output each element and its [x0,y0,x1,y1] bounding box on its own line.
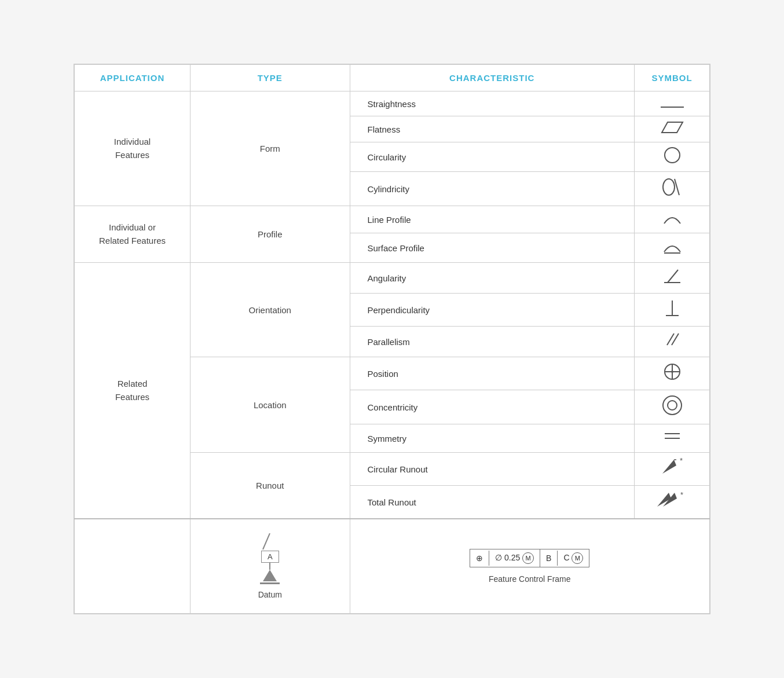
application-related: RelatedFeatures [75,263,190,519]
char-cylindricity: Cylindricity [350,172,634,206]
fcf-label: Feature Control Frame [489,574,571,584]
svg-point-13 [671,371,673,373]
char-symmetry: Symmetry [350,424,634,453]
char-totalrunout: Total Runout [350,486,634,519]
fcf-container: ⊕ ∅ 0.25 M B C M Feature Control Frame [356,549,704,584]
header-type: TYPE [190,65,350,91]
symbol-perpendicularity [635,294,710,327]
char-circularity: Circularity [350,142,634,172]
fcf-m2-circle: M [571,552,583,564]
header-application: APPLICATION [75,65,190,91]
fcf-m1-circle: M [522,552,534,564]
fcf-cell-cm: C M [558,549,589,567]
application-individual: IndividualFeatures [75,91,190,206]
type-form: Form [190,91,350,206]
table-row: RelatedFeatures Orientation Angularity [75,263,710,294]
header-row: APPLICATION TYPE CHARACTERISTIC SYMBOL [75,65,710,91]
char-concentricity: Concentricity [350,390,634,424]
footer-row: A Datum ⊕ [75,519,710,613]
header-characteristic: CHARACTERISTIC [350,65,634,91]
symbol-angularity [635,263,710,294]
datum-symbol-group: A [258,533,281,584]
char-perpendicularity: Perpendicularity [350,294,634,327]
char-surfaceprofile: Surface Profile [350,233,634,263]
svg-text:*: * [680,457,683,465]
type-location: Location [190,357,350,453]
datum-triangle-svg [258,570,281,582]
table-row: Individual orRelated Features Profile Li… [75,206,710,233]
main-table-wrapper: APPLICATION TYPE CHARACTERISTIC SYMBOL I… [74,64,710,614]
char-flatness: Flatness [350,116,634,142]
char-angularity: Angularity [350,263,634,294]
symbol-position [635,357,710,390]
application-individual-related: Individual orRelated Features [75,206,190,263]
svg-line-22 [263,533,270,549]
svg-text:*: * [680,490,683,499]
symbol-parallelism [635,327,710,357]
svg-marker-0 [662,122,683,133]
char-lineprofile: Line Profile [350,206,634,233]
type-runout: Runout [190,453,350,519]
table-row: IndividualFeatures Form Straightness [75,91,710,116]
fcf-cell-tolerance: ∅ 0.25 M [489,549,540,567]
symbol-lineprofile [635,206,710,233]
symbol-surfaceprofile [635,233,710,263]
char-parallelism: Parallelism [350,327,634,357]
footer-app-cell [75,519,190,613]
footer-datum-cell: A Datum [190,519,350,613]
char-circularrunout: Circular Runout [350,453,634,486]
symbol-flatness [635,116,710,142]
svg-marker-16 [662,460,676,474]
char-position: Position [350,357,634,390]
footer-fcf-cell: ⊕ ∅ 0.25 M B C M Feature Control Frame [350,519,709,613]
type-profile: Profile [190,206,350,263]
fcf-frame: ⊕ ∅ 0.25 M B C M [470,549,589,567]
svg-point-1 [663,179,675,195]
symbol-circularity [635,142,710,172]
type-orientation: Orientation [190,263,350,357]
svg-marker-23 [263,570,277,581]
symbol-circularrunout: * [635,453,710,486]
symbol-totalrunout: * [635,486,710,519]
svg-line-2 [675,179,679,195]
datum-box: A [261,551,279,563]
symbol-cylindricity [635,172,710,206]
symbol-concentricity [635,390,710,424]
symbol-straightness [635,91,710,116]
datum-container: A Datum [196,533,344,599]
header-symbol: SYMBOL [635,65,710,91]
symbol-symmetry [635,424,710,453]
fcf-cell-position: ⊕ [470,551,489,566]
datum-angled-line-svg [258,533,281,551]
svg-line-5 [668,270,678,283]
char-straightness: Straightness [350,91,634,116]
datum-label: Datum [258,590,282,599]
fcf-cell-b: B [540,551,558,566]
